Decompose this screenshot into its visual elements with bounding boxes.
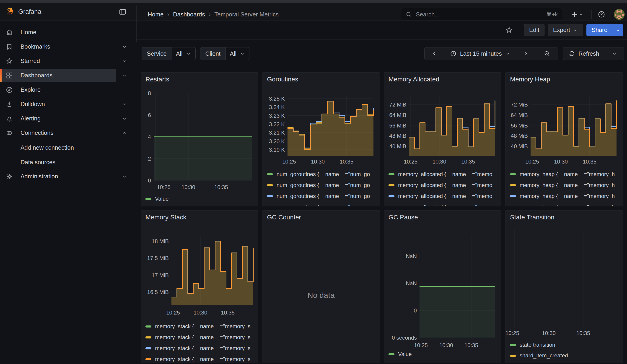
- x-axis-label: 10:35: [461, 158, 475, 165]
- plus-icon: [571, 10, 578, 18]
- legend-item[interactable]: num_goroutines {__name__="num_go: [267, 204, 379, 207]
- favorite-star-button[interactable]: [505, 26, 514, 35]
- share-menu-button[interactable]: [613, 24, 623, 36]
- brand-name[interactable]: Grafana: [18, 8, 41, 15]
- sidebar-item-home[interactable]: Home: [0, 26, 136, 39]
- sidebar-item-administration[interactable]: Administration: [0, 170, 136, 183]
- chart-state-transition[interactable]: 10:2510:3010:35: [506, 210, 623, 363]
- service-variable[interactable]: Service All: [142, 47, 196, 60]
- chevron-right-icon: [523, 51, 529, 56]
- chevron-icon[interactable]: [122, 44, 127, 50]
- y-axis-label: 64 MiB: [511, 112, 528, 118]
- legend-item[interactable]: memory_heap {__name__="memory_h: [510, 193, 622, 200]
- legend-item[interactable]: memory_stack {__name__="memory_s: [146, 345, 258, 352]
- legend-item[interactable]: memory_allocated {__name__="memo: [388, 182, 501, 189]
- y-axis-label: 8: [148, 90, 151, 96]
- legend-swatch-icon: [146, 358, 151, 360]
- y-axis-label: 18 MiB: [152, 238, 169, 244]
- legend-label: num_goroutines {__name__="num_go: [277, 204, 370, 207]
- panel-title[interactable]: Memory Stack: [146, 214, 186, 221]
- legend-item[interactable]: shard_item_created: [510, 352, 622, 359]
- export-button[interactable]: Export: [548, 24, 583, 36]
- client-variable[interactable]: Client All: [200, 47, 250, 60]
- sidebar-item-dashboards[interactable]: Dashboards: [0, 69, 136, 82]
- legend-item[interactable]: memory_stack {__name__="memory_s: [146, 323, 258, 330]
- chevron-down-icon: [578, 12, 584, 17]
- sidebar-item-add-new-connection[interactable]: Add new connection: [0, 141, 136, 155]
- sidebar-item-connections[interactable]: Connections: [0, 126, 136, 140]
- chevron-icon[interactable]: [122, 58, 127, 64]
- legend-item[interactable]: memory_heap {__name__="memory_h: [510, 182, 622, 189]
- chart-gc-pause[interactable]: NaNNaN010:2510:3010:350 seconds: [384, 210, 501, 363]
- client-variable-value[interactable]: All: [225, 47, 250, 60]
- panel-title[interactable]: Memory Heap: [510, 76, 550, 83]
- refresh-interval-button[interactable]: [605, 48, 624, 60]
- legend-item[interactable]: memory_allocated {__name__="memo: [388, 171, 501, 178]
- chevron-icon[interactable]: [122, 130, 127, 136]
- grafana-logo-icon[interactable]: [5, 7, 14, 16]
- legend-item[interactable]: Value: [388, 351, 501, 358]
- panel-goroutines: Goroutines 3.25 K3.24 K3.23 K3.22 K3.21 …: [262, 72, 380, 207]
- chevron-icon[interactable]: [122, 102, 127, 107]
- zoom-out-button[interactable]: [536, 48, 558, 60]
- legend-label: memory_allocated {__name__="memo: [398, 204, 492, 207]
- panel-title[interactable]: Goroutines: [267, 76, 298, 83]
- chevron-icon[interactable]: [122, 174, 127, 179]
- time-shift-forward-button[interactable]: [516, 48, 536, 60]
- x-axis-label: 10:35: [221, 310, 235, 316]
- legend-item[interactable]: state transition: [510, 341, 622, 349]
- sidebar-item-starred[interactable]: Starred: [0, 54, 136, 68]
- service-variable-value[interactable]: All: [172, 47, 196, 60]
- panel-title[interactable]: GC Counter: [267, 214, 301, 221]
- legend-item[interactable]: memory_allocated {__name__="memo: [388, 204, 501, 207]
- legend-item[interactable]: memory_stack {__name__="memory_s: [146, 334, 258, 341]
- time-range-controls: Last 15 minutes: [424, 47, 558, 60]
- legend-item[interactable]: num_goroutines {__name__="num_go: [267, 193, 379, 200]
- chevron-down-icon: [505, 51, 511, 56]
- breadcrumb-dashboards[interactable]: Dashboards: [173, 11, 205, 18]
- legend-item[interactable]: memory_allocated {__name__="memo: [388, 193, 501, 200]
- share-button[interactable]: Share: [586, 24, 613, 36]
- user-avatar[interactable]: [614, 9, 625, 20]
- star-icon: [505, 26, 513, 34]
- refresh-icon: [568, 50, 575, 57]
- dashboard-grid: Restarts 8642010:2510:3010:35Value Gorou…: [141, 72, 623, 363]
- legend-swatch-icon: [388, 184, 394, 186]
- panel-title[interactable]: GC Pause: [388, 214, 418, 221]
- x-axis-label: 10:25: [157, 184, 170, 190]
- chevron-icon[interactable]: [122, 73, 127, 78]
- chevdown-icon: [122, 116, 127, 121]
- legend-item[interactable]: num_goroutines {__name__="num_go: [267, 171, 379, 178]
- chevron-icon[interactable]: [122, 116, 127, 121]
- legend-item[interactable]: Value: [146, 195, 258, 203]
- sidebar-item-data-sources[interactable]: Data sources: [0, 156, 136, 169]
- sidebar-item-bookmarks[interactable]: Bookmarks: [0, 40, 136, 53]
- legend-item[interactable]: memory_heap {__name__="memory_h: [510, 171, 622, 178]
- y-axis-label: 4: [148, 134, 151, 140]
- sidebar-item-alerting[interactable]: Alerting: [0, 112, 136, 125]
- add-new-button[interactable]: [567, 9, 588, 20]
- refresh-button[interactable]: Refresh: [563, 48, 605, 60]
- time-shift-back-button[interactable]: [424, 48, 444, 60]
- edit-button[interactable]: Edit: [524, 24, 545, 36]
- breadcrumb-home[interactable]: Home: [148, 11, 163, 18]
- sidebar-item-label: Drilldown: [20, 101, 45, 108]
- legend-item[interactable]: num_goroutines {__name__="num_go: [267, 182, 379, 189]
- help-button[interactable]: [596, 9, 607, 20]
- toolbar-divider: [519, 25, 519, 35]
- sidebar-item-drilldown[interactable]: Drilldown: [0, 98, 136, 111]
- y-axis-label: 3.19 K: [269, 147, 285, 153]
- legend-item[interactable]: memory_stack {__name__="memory_s: [146, 356, 258, 363]
- search-input[interactable]: [416, 11, 543, 18]
- search-icon: [405, 11, 412, 18]
- panel-title[interactable]: Restarts: [146, 76, 169, 83]
- search-box[interactable]: ⌘+k: [401, 8, 562, 21]
- chart-restarts[interactable]: 8642010:2510:3010:35: [141, 73, 258, 207]
- sidebar-toggle-icon[interactable]: [119, 8, 127, 16]
- time-range-picker[interactable]: Last 15 minutes: [444, 48, 516, 60]
- sidebar-item-explore[interactable]: Explore: [0, 83, 136, 97]
- client-variable-label: Client: [200, 47, 225, 60]
- panel-title[interactable]: Memory Allocated: [388, 76, 439, 83]
- panel-title[interactable]: State Transition: [510, 214, 555, 221]
- legend-item[interactable]: memory_heap {__name__="memory_h: [510, 204, 622, 207]
